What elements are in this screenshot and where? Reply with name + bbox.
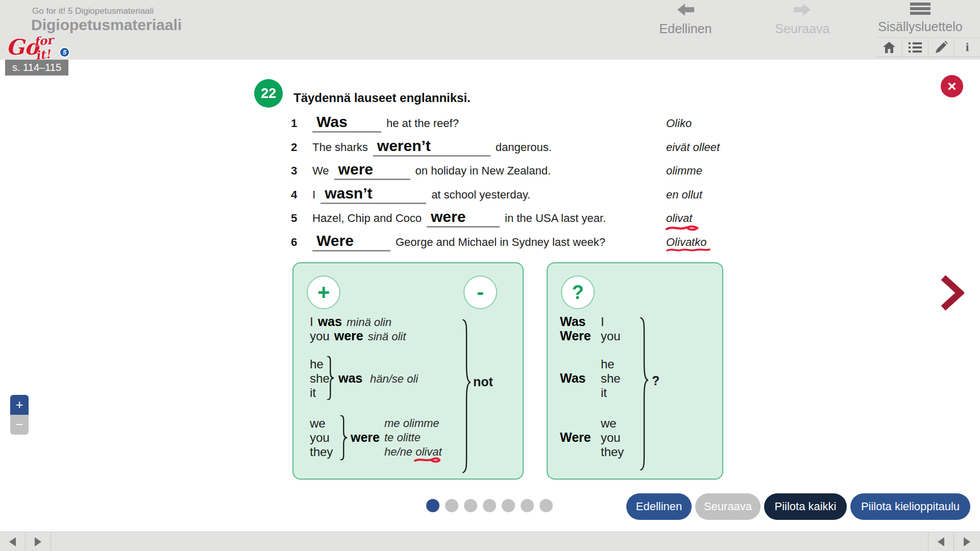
question-mark-label: ? [652,373,659,388]
sentence-pre: Hazel, Chip and Coco [312,212,422,225]
home-icon [883,41,896,54]
sentence-post: dangerous. [496,141,552,154]
nav-table-of-contents[interactable]: Sisällysluettelo [864,2,976,34]
info-button[interactable]: i [954,38,980,57]
sentence-number: 6 [291,236,312,249]
sentence-post: on holiday in New Zealand. [415,164,551,178]
home-button[interactable] [876,38,902,57]
answer-blank[interactable]: wasn’t [321,186,426,204]
next-page-arrow[interactable] [940,274,964,313]
finnish-translation: sinä olit [368,330,406,343]
pagination-dot[interactable] [502,499,515,512]
finnish-hint: olimme [666,164,750,178]
sentence-number: 2 [291,141,312,154]
sentence-post: he at the reef? [386,117,459,130]
pronoun-group: we you they [310,416,333,459]
sentence-row: 4 Iwasn’tat school yesterday. en ollut [291,186,750,210]
red-scribble-mark [413,456,441,464]
page-title: Digiopetusmateriaali [31,16,182,34]
verb: was [318,314,342,329]
pronoun: you [310,329,330,343]
pagination-dot[interactable] [483,499,496,512]
zoom-controls: + − [10,395,29,435]
close-icon: × [947,78,957,95]
verb: Were [560,430,591,445]
red-scribble-mark [665,224,701,232]
pronoun: you [601,329,621,343]
scroll-right-button[interactable] [26,532,51,551]
pagination-dot[interactable] [464,499,477,512]
list-button[interactable] [902,38,928,57]
verb: Was [560,314,585,329]
sentence-post: at school yesterday. [431,188,530,202]
hide-all-button[interactable]: Piilota kaikki [764,493,847,520]
pronoun: I [310,315,313,329]
plus-icon: + [15,397,23,413]
minus-icon: - [463,276,497,309]
verb: Was [560,371,585,386]
nav-next[interactable]: Seuraava [746,2,859,36]
arrow-right-icon [792,2,813,17]
sentence-number: 1 [291,117,312,130]
sentence-post: in the USA last year. [505,212,606,225]
nav-previous-label: Edellinen [629,21,742,36]
finnish-translation: minä olin [347,316,391,329]
previous-task-button[interactable]: Edellinen [626,493,692,520]
brace-large [638,317,648,470]
triangle-right-icon [35,537,41,546]
hide-grammar-table-button[interactable]: Piilota kielioppitaulu [850,493,970,520]
finnish-hint: eivät olleet [666,141,750,154]
breadcrumb: Go for it! 5 Digiopetusmateriaali [32,6,154,16]
question-mark-icon: ? [561,276,595,309]
info-icon: i [966,40,969,54]
exercise-number-badge: 22 [254,79,283,108]
grammar-box-affirmative-negative: + - I was minä olin you were sinä olit h… [292,262,524,480]
triangle-left-icon [938,537,944,546]
minus-icon: − [15,417,23,433]
bottom-bar: sanoma pro [0,532,980,551]
scroll-left-button-right[interactable] [928,532,953,551]
finnish-hint: olivat [666,212,750,225]
sentence-row: 2 The sharksweren’tdangerous. eivät olle… [291,138,750,162]
pagination-dot[interactable] [445,499,458,512]
pronoun-group: he she it [601,357,621,400]
pagination-dot[interactable] [426,499,439,512]
logo-tagline: for it! [33,31,74,62]
verb: was [338,371,362,386]
sentence-pre: I [312,188,315,202]
finnish-translation-group: me olimme te olitte he/ne olivat [384,416,442,459]
nav-previous[interactable]: Edellinen [629,2,742,36]
zoom-in-button[interactable]: + [10,395,29,415]
sentence-pre: We [312,164,329,178]
scroll-right-button-right[interactable] [953,532,980,551]
answer-blank[interactable]: Was [312,114,381,133]
plus-icon: + [307,276,340,309]
sentence-number: 4 [291,188,312,202]
sentence-list: 1 Washe at the reef? Oliko 2 The sharksw… [291,114,750,257]
arrow-left-icon [675,2,696,17]
close-button[interactable]: × [941,75,963,97]
nav-next-label: Seuraava [746,21,859,36]
pencil-button[interactable] [928,38,954,57]
pagination-dot[interactable] [540,499,553,512]
pagination-dots [426,499,553,512]
answer-blank[interactable]: weren’t [373,138,491,157]
zoom-out-button[interactable]: − [10,415,29,435]
answer-blank[interactable]: Were [312,233,390,252]
pencil-icon [935,41,948,54]
answer-blank[interactable]: were [334,162,410,180]
next-task-button[interactable]: Seuraava [695,493,761,520]
finnish-hint: en ollut [666,188,750,202]
pagination-dot[interactable] [521,499,534,512]
negation-label: not [473,374,493,389]
verb: were [334,329,363,343]
nav-toc-label: Sisällysluettelo [864,19,976,34]
pronoun-group: we you they [601,416,624,459]
header: Go for it! 5 Digiopetusmateriaali Digiop… [0,0,980,60]
list-icon [909,42,922,53]
scroll-left-button[interactable] [0,532,26,551]
answer-blank[interactable]: were [427,209,500,228]
verb: were [351,430,380,445]
sentence-row: 1 Washe at the reef? Oliko [291,114,750,138]
toolbar: i [876,37,980,57]
